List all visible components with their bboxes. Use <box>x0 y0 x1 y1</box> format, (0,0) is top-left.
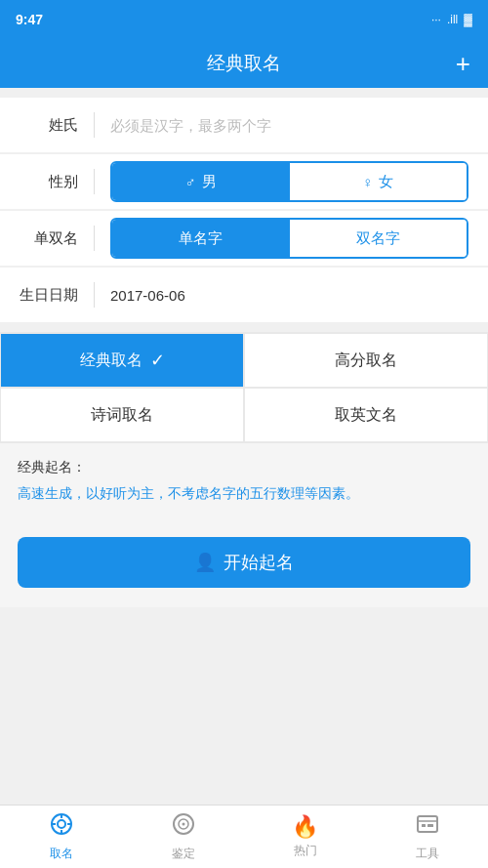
gender-male-button[interactable]: ♂ 男 <box>112 163 290 200</box>
classic-label: 经典取名 <box>80 351 142 371</box>
surname-label: 姓氏 <box>20 116 78 135</box>
status-bar: 9:47 ··· .ill ▓ <box>0 0 488 39</box>
person-icon: 👤 <box>194 552 216 573</box>
start-naming-button[interactable]: 👤 开始起名 <box>18 537 470 588</box>
gender-row: 性别 ♂ 男 ♀ 女 <box>0 154 488 209</box>
svg-point-8 <box>182 823 184 826</box>
birthday-section: 生日日期 2017-06-06 <box>0 268 488 322</box>
tab-hot[interactable]: 🔥 热门 <box>244 806 366 868</box>
description-text: 高速生成，以好听为主，不考虑名字的五行数理等因素。 <box>18 482 470 506</box>
gender-toggle: ♂ 男 ♀ 女 <box>110 161 468 202</box>
start-button-wrapper: 👤 开始起名 <box>0 517 488 607</box>
birthday-value[interactable]: 2017-06-06 <box>110 287 185 304</box>
divider <box>94 226 95 251</box>
signal-dots: ··· <box>431 13 441 26</box>
single-double-row: 单双名 单名字 双名字 <box>0 211 488 266</box>
naming-type-grid: 经典取名 ✓ 高分取名 诗词取名 取英文名 <box>0 332 488 443</box>
divider <box>94 112 95 138</box>
tab-hot-label: 热门 <box>294 843 317 859</box>
name-length-toggle: 单名字 双名字 <box>110 218 468 259</box>
single-name-label: 单名字 <box>179 229 223 248</box>
single-double-label: 单双名 <box>20 229 78 248</box>
english-label: 取英文名 <box>335 405 397 426</box>
tab-naming-icon <box>49 811 74 843</box>
status-time: 9:47 <box>16 12 43 27</box>
female-icon: ♀ <box>362 174 373 190</box>
double-name-label: 双名字 <box>356 229 400 248</box>
poetry-label: 诗词取名 <box>91 405 153 426</box>
surname-section: 姓氏 <box>0 98 488 152</box>
birthday-row: 生日日期 2017-06-06 <box>0 268 488 322</box>
svg-rect-11 <box>422 824 426 827</box>
tab-bar: 取名 鉴定 🔥 热门 工具 <box>0 805 488 868</box>
svg-rect-9 <box>418 816 437 832</box>
naming-type-highscore[interactable]: 高分取名 <box>244 333 488 388</box>
battery-icon: ▓ <box>464 13 472 26</box>
gender-female-button[interactable]: ♀ 女 <box>290 163 468 200</box>
tab-appraise[interactable]: 鉴定 <box>122 806 244 868</box>
naming-type-poetry[interactable]: 诗词取名 <box>0 388 244 442</box>
start-button-label: 开始起名 <box>224 551 294 574</box>
naming-type-classic[interactable]: 经典取名 ✓ <box>0 333 244 388</box>
divider <box>94 169 95 194</box>
description-title: 经典起名： <box>18 459 470 476</box>
divider <box>94 282 95 308</box>
tab-appraise-icon <box>171 811 196 843</box>
single-name-button[interactable]: 单名字 <box>112 220 290 257</box>
check-icon: ✓ <box>150 350 165 371</box>
tab-tools-label: 工具 <box>416 846 439 862</box>
signal-bars: .ill <box>447 13 458 26</box>
naming-type-english[interactable]: 取英文名 <box>244 388 488 442</box>
tab-hot-icon: 🔥 <box>292 814 318 840</box>
male-icon: ♂ <box>185 174 196 190</box>
double-name-button[interactable]: 双名字 <box>290 220 468 257</box>
birthday-label: 生日日期 <box>20 286 78 305</box>
svg-rect-12 <box>427 824 433 827</box>
add-button[interactable]: + <box>456 49 470 79</box>
svg-point-1 <box>58 820 65 828</box>
tab-naming-label: 取名 <box>50 846 73 862</box>
header-title: 经典取名 <box>207 51 281 76</box>
tab-tools-icon <box>415 811 440 843</box>
app-header: 经典取名 + <box>0 39 488 88</box>
tab-tools[interactable]: 工具 <box>366 806 488 868</box>
gender-label: 性别 <box>20 173 78 191</box>
surname-input[interactable] <box>110 117 468 134</box>
description-section: 经典起名： 高速生成，以好听为主，不考虑名字的五行数理等因素。 <box>0 443 488 517</box>
tab-appraise-label: 鉴定 <box>172 846 195 862</box>
status-icons: ··· .ill ▓ <box>431 13 472 26</box>
highscore-label: 高分取名 <box>335 351 397 371</box>
gender-section: 性别 ♂ 男 ♀ 女 <box>0 154 488 209</box>
tab-naming[interactable]: 取名 <box>0 806 122 868</box>
surname-row: 姓氏 <box>0 98 488 152</box>
single-double-section: 单双名 单名字 双名字 <box>0 211 488 266</box>
